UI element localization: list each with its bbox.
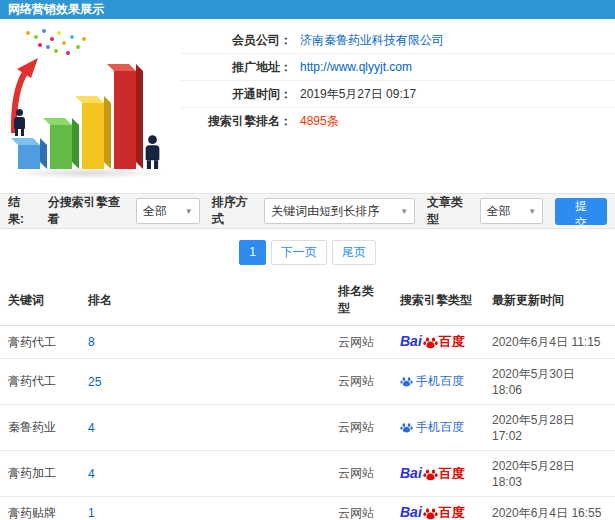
updated-cell: 2020年6月4日 16:55 [484, 497, 615, 520]
rank-type-cell: 云网站 [330, 497, 392, 520]
keyword-cell: 膏药代工 [0, 359, 80, 405]
table-row: 膏药代工 8 云网站 Bai百度 2020年6月4日 11:15 [0, 326, 615, 359]
engine-filter-label: 分搜索引擎查看 [48, 194, 131, 228]
mobile-baidu-label: 手机百度 [400, 420, 464, 434]
updated-cell: 2020年5月28日 18:03 [484, 451, 615, 497]
baidu-logo: Bai百度 [400, 506, 465, 520]
page-title: 网络营销效果展示 [0, 0, 615, 19]
company-row: 会员公司： 济南秦鲁药业科技有限公司 [180, 27, 615, 54]
rank-link[interactable]: 4 [88, 467, 95, 481]
chevron-down-icon: ▼ [400, 207, 408, 216]
engine-rank-label: 搜索引擎排名： [180, 113, 292, 130]
bar-chart-illustration [6, 27, 171, 185]
filter-bar: 结果: 分搜索引擎查看 全部 ▼ 排序方式 关键词由短到长排序 ▼ 文章类型 全… [0, 193, 615, 229]
header-updated: 最新更新时间 [484, 275, 615, 326]
paw-icon [423, 467, 438, 482]
chevron-down-icon: ▼ [528, 207, 536, 216]
sort-filter-label: 排序方式 [212, 194, 260, 228]
baidu-logo: Bai百度 [400, 335, 465, 349]
table-header-row: 关键词 排名 排名类型 搜索引擎类型 最新更新时间 [0, 275, 615, 326]
type-filter-label: 文章类型 [427, 194, 475, 228]
chart-bar-blue [18, 145, 40, 169]
paw-icon [423, 506, 438, 520]
person-figure-right [146, 135, 160, 169]
updated-cell: 2020年5月30日 18:06 [484, 359, 615, 405]
site-label: 推广地址： [180, 59, 292, 76]
sort-filter-select[interactable]: 关键词由短到长排序 ▼ [264, 198, 415, 224]
type-filter-value: 全部 [487, 203, 511, 220]
pagination: 1 下一页 尾页 [0, 229, 615, 275]
table-row: 秦鲁药业 4 云网站 手机百度 2020年5月28日 17:02 [0, 405, 615, 451]
rank-type-cell: 云网站 [330, 326, 392, 359]
table-row: 膏药贴牌 1 云网站 Bai百度 2020年6月4日 16:55 [0, 497, 615, 520]
paw-icon [400, 375, 413, 388]
member-info-panel: 会员公司： 济南秦鲁药业科技有限公司 推广地址： http://www.qlyy… [0, 19, 615, 193]
site-row: 推广地址： http://www.qlyyjt.com [180, 54, 615, 81]
chart-bar-yellow [82, 103, 104, 169]
rank-type-cell: 云网站 [330, 359, 392, 405]
open-time-value: 2019年5月27日 09:17 [300, 86, 416, 103]
rank-link[interactable]: 25 [88, 375, 101, 389]
keyword-cell: 膏药加工 [0, 451, 80, 497]
rank-link[interactable]: 1 [88, 506, 95, 520]
keyword-cell: 膏药贴牌 [0, 497, 80, 520]
updated-cell: 2020年6月4日 11:15 [484, 326, 615, 359]
open-time-row: 开通时间： 2019年5月27日 09:17 [180, 81, 615, 108]
open-time-label: 开通时间： [180, 86, 292, 103]
baidu-logo: Bai百度 [400, 467, 465, 481]
engine-rank-row: 搜索引擎排名： 4895条 [180, 108, 615, 135]
table-row: 膏药加工 4 云网站 Bai百度 2020年5月28日 18:03 [0, 451, 615, 497]
type-filter-select[interactable]: 全部 ▼ [480, 198, 544, 224]
rank-type-cell: 云网站 [330, 451, 392, 497]
chevron-down-icon: ▼ [185, 207, 193, 216]
result-label: 结果: [8, 194, 36, 228]
chart-bar-green [50, 125, 72, 169]
engine-filter-value: 全部 [143, 203, 167, 220]
next-page-button[interactable]: 下一页 [271, 240, 327, 265]
header-rank-type: 排名类型 [330, 275, 392, 326]
header-engine-type: 搜索引擎类型 [392, 275, 484, 326]
last-page-button[interactable]: 尾页 [332, 240, 376, 265]
site-link[interactable]: http://www.qlyyjt.com [300, 60, 412, 74]
keyword-cell: 秦鲁药业 [0, 405, 80, 451]
rank-link[interactable]: 8 [88, 335, 95, 349]
header-rank: 排名 [80, 275, 330, 326]
keyword-rank-table: 关键词 排名 排名类型 搜索引擎类型 最新更新时间 膏药代工 8 云网站 Bai… [0, 275, 615, 520]
company-label: 会员公司： [180, 32, 292, 49]
engine-filter-select[interactable]: 全部 ▼ [136, 198, 200, 224]
person-figure-left [14, 109, 25, 136]
engine-rank-count: 4895条 [300, 113, 339, 130]
mobile-baidu-label: 手机百度 [400, 374, 464, 388]
paw-icon [423, 335, 438, 350]
rank-link[interactable]: 4 [88, 421, 95, 435]
rank-type-cell: 云网站 [330, 405, 392, 451]
header-keyword: 关键词 [0, 275, 80, 326]
confetti-dots [26, 31, 30, 35]
sort-filter-value: 关键词由短到长排序 [271, 203, 379, 220]
updated-cell: 2020年5月28日 17:02 [484, 405, 615, 451]
submit-button[interactable]: 提交 [555, 198, 607, 225]
chart-bar-red [114, 71, 136, 169]
table-row: 膏药代工 25 云网站 手机百度 2020年5月30日 18:06 [0, 359, 615, 405]
keyword-cell: 膏药代工 [0, 326, 80, 359]
page-1-button[interactable]: 1 [239, 240, 266, 265]
company-link[interactable]: 济南秦鲁药业科技有限公司 [300, 32, 444, 49]
paw-icon [400, 421, 413, 434]
